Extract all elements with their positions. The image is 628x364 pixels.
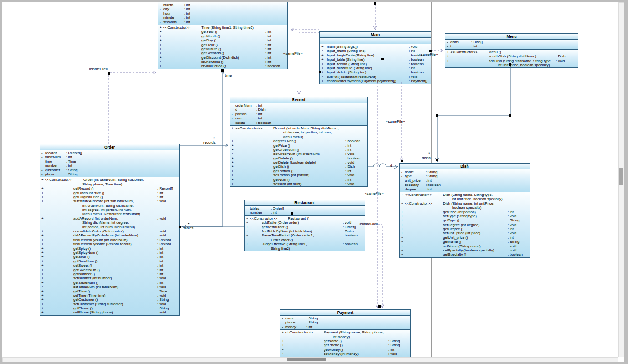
vertical-scrollbar-thumb[interactable] bbox=[619, 168, 623, 185]
connector-handle[interactable] bbox=[179, 226, 181, 228]
window-frame-bottom bbox=[0, 362, 628, 364]
connector-handle[interactable] bbox=[378, 305, 381, 308]
connector-handle[interactable] bbox=[319, 71, 321, 73]
vertical-scrollbar[interactable] bbox=[618, 2, 624, 357]
horizontal-scrollbar[interactable] bbox=[2, 357, 618, 362]
app-window: Time-month: int-day: int-hour: int-minut… bbox=[0, 0, 628, 364]
connector-handle[interactable] bbox=[221, 69, 224, 72]
connector-handle[interactable] bbox=[374, 2, 376, 5]
connector-handle[interactable] bbox=[401, 160, 403, 162]
connector-handle[interactable] bbox=[381, 58, 384, 60]
connector-handle[interactable] bbox=[436, 159, 438, 161]
connector-handle[interactable] bbox=[509, 114, 511, 117]
connector-handle[interactable] bbox=[436, 114, 438, 117]
connector-handle[interactable] bbox=[108, 72, 110, 75]
connector-handle[interactable] bbox=[509, 63, 511, 66]
connector-handle[interactable] bbox=[429, 50, 432, 52]
window-frame-top bbox=[0, 0, 628, 2]
connector-handle[interactable] bbox=[291, 212, 293, 215]
window-frame-right bbox=[624, 0, 628, 364]
window-frame-left bbox=[0, 0, 2, 364]
handles-layer bbox=[0, 0, 628, 364]
horizontal-scrollbar-thumb[interactable] bbox=[287, 358, 326, 361]
diagram-canvas[interactable]: Time-month: int-day: int-hour: int-minut… bbox=[0, 0, 628, 364]
